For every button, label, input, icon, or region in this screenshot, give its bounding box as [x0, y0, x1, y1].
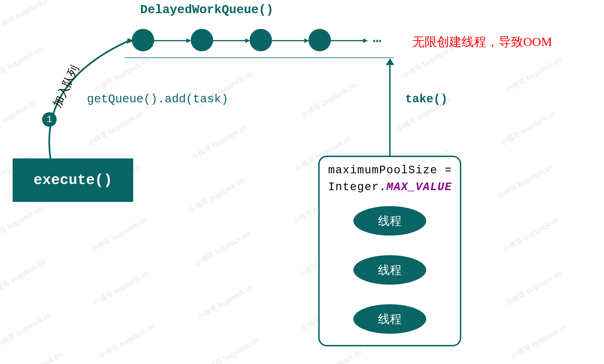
svg-marker-1	[186, 38, 191, 43]
getqueue-text: getQueue().add(task)	[87, 93, 228, 106]
watermark: 小傅哥 bugstack.cn	[190, 122, 249, 162]
queue-node	[308, 29, 331, 51]
thread-ellipse: 线程	[353, 255, 426, 285]
watermark: 小傅哥 bugstack.cn	[305, 347, 364, 364]
thread-ellipse: 线程	[353, 206, 426, 236]
watermark: 小傅哥 bugstack.cn	[0, 204, 44, 243]
max-value-text: MAX_VALUE	[386, 181, 452, 193]
step-badge: 1	[42, 112, 57, 127]
watermark: 小傅哥 bugstack.cn	[0, 257, 47, 297]
svg-marker-7	[363, 38, 368, 43]
ellipsis-icon: …	[373, 30, 382, 46]
watermark: 小傅哥 bugstack.cn	[509, 321, 568, 361]
queue-node	[191, 29, 213, 51]
watermark: 小傅哥 bugstack.cn	[201, 335, 260, 364]
badge-number: 1	[47, 114, 52, 125]
queue-underline	[125, 57, 394, 58]
thread-label: 线程	[378, 262, 402, 278]
watermark: 小傅哥 bugstack.cn	[0, 97, 39, 137]
watermark: 小傅哥 bugstack.cn	[0, 310, 53, 350]
watermark: 小傅哥 bugstack.cn	[195, 282, 254, 322]
watermark: 小傅哥 bugstack.cn	[299, 80, 358, 120]
watermark: 小傅哥 bugstack.cn	[501, 215, 560, 255]
watermark: 小傅哥 bugstack.cn	[89, 215, 148, 255]
thread-label: 线程	[378, 213, 402, 229]
oom-warning-text: 无限创建线程，导致OOM	[412, 34, 552, 50]
watermark: 小傅哥 bugstack.cn	[97, 321, 156, 361]
watermark: 小傅哥 bugstack.cn	[192, 229, 252, 269]
queue-arrow-icon	[154, 38, 192, 43]
queue-arrow-icon	[272, 38, 310, 43]
integer-prefix: Integer.	[328, 181, 386, 193]
watermark: 小傅哥 bugstack.cn	[495, 162, 554, 201]
queue-node	[250, 29, 272, 51]
watermark: 小傅哥 bugstack.cn	[4, 349, 64, 364]
thread-ellipse: 线程	[353, 304, 426, 334]
svg-marker-5	[304, 38, 309, 43]
watermark: 小傅哥 bugstack.cn	[504, 55, 563, 95]
thread-label: 线程	[378, 311, 402, 327]
watermark: 小傅哥 bugstack.cn	[187, 176, 246, 215]
pool-integer-text: Integer.MAX_VALUE	[328, 181, 452, 193]
execute-label: execute()	[34, 172, 112, 188]
take-arrow-head-icon	[386, 58, 394, 65]
execute-box: execute()	[13, 158, 133, 202]
queue-title: DelayedWorkQueue()	[140, 3, 273, 17]
svg-marker-8	[127, 38, 134, 44]
watermark: 小傅哥 bugstack.cn	[504, 268, 563, 308]
take-arrow-line	[389, 64, 391, 156]
pool-size-text: maximumPoolSize =	[328, 164, 452, 177]
take-label: take()	[405, 93, 448, 106]
watermark: 小傅哥 bugstack.cn	[91, 268, 151, 308]
queue-arrow-icon	[331, 38, 369, 43]
queue-arrow-icon	[213, 38, 251, 43]
watermark: 小傅哥 bugstack.cn	[498, 108, 557, 148]
svg-marker-3	[245, 38, 250, 43]
